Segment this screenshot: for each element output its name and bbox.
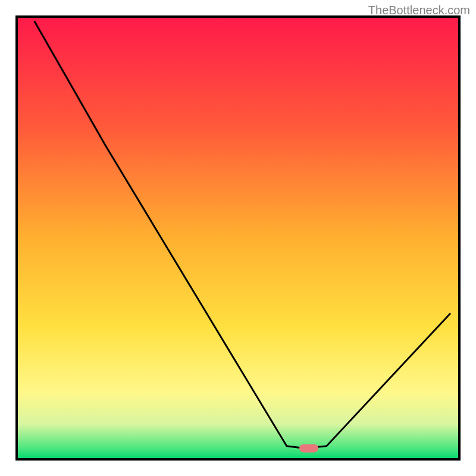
bottleneck-chart: TheBottleneck.com (0, 0, 476, 476)
optimal-marker (299, 444, 318, 452)
chart-svg (0, 0, 476, 476)
gradient-background (17, 17, 459, 459)
watermark: TheBottleneck.com (368, 4, 470, 17)
